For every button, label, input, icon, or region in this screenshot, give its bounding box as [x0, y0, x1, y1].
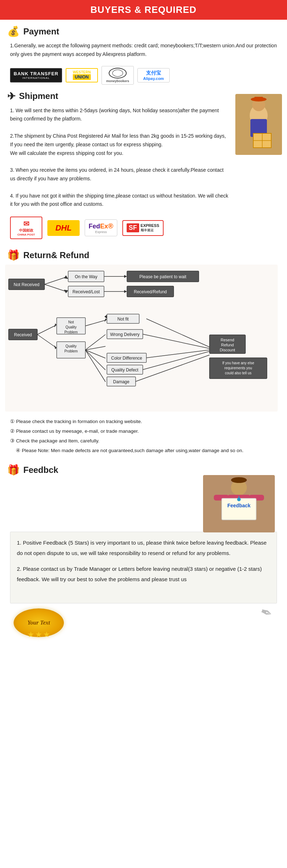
courier-logos: ✉ 中国邮政 CHINA POST DHL FedEx® Express SF … — [10, 217, 277, 239]
svg-text:Resend: Resend — [221, 338, 234, 342]
svg-text:Received: Received — [14, 332, 32, 337]
feedback-decoration-area: Feedback — [5, 479, 282, 529]
note-2: ② Please contact us by meesage, e-mail, … — [10, 426, 277, 436]
return-icon: 🎁 — [7, 249, 20, 261]
svg-text:could also tell us: could also tell us — [225, 371, 251, 375]
svg-text:Discount: Discount — [220, 348, 235, 352]
svg-text:Not fit: Not fit — [117, 317, 129, 322]
svg-text:requirements you: requirements you — [224, 366, 252, 370]
feedback-text-2: 2. Please contact us by Trade Manager or… — [17, 564, 270, 584]
bank-transfer-logo: BANK TRANSFER INTERNATIONAL — [10, 68, 62, 82]
shipment-icon: ✈ — [7, 90, 15, 102]
payment-icon: 💰 — [7, 25, 20, 37]
svg-text:Received/Refund: Received/Refund — [134, 289, 167, 294]
svg-rect-62 — [222, 498, 256, 520]
feedback-title: 🎁 Feedbck — [7, 464, 280, 476]
svg-text:Quality: Quality — [65, 325, 76, 329]
svg-text:Not Received: Not Received — [14, 282, 39, 287]
feedback-section: 🎁 Feedbck Feedback — [0, 464, 287, 637]
return-title: 🎁 Return& Refund — [7, 249, 280, 261]
svg-text:If you have any else: If you have any else — [222, 361, 254, 365]
svg-point-58 — [231, 477, 247, 483]
feedback-body: 1. Positive Feedback (5 Stars) is very i… — [10, 532, 277, 603]
flowchart-container: Not Received On the Way Please be patien… — [5, 265, 282, 413]
feedback-person: Feedback — [203, 475, 275, 532]
svg-text:Color Difference: Color Difference — [111, 356, 142, 361]
svg-text:Refund: Refund — [221, 343, 234, 347]
gold-stars: ★ ★ ★ — [27, 630, 50, 639]
payment-text: 1.Generally, we accept the following pay… — [0, 40, 287, 62]
dhl-logo: DHL — [47, 220, 80, 236]
payment-title: 💰 Payment — [7, 25, 280, 37]
feedback-icon: 🎁 — [7, 464, 20, 476]
svg-text:On the Way: On the Way — [75, 274, 98, 279]
payment-logos: BANK TRANSFER INTERNATIONAL WESTERN UNIO… — [10, 66, 277, 85]
please-wait-text: Please be patient to wait — [140, 274, 187, 279]
note-3: ③ Check the package and Item, carefully. — [10, 436, 277, 446]
shipment-section: ✈ Shipment 1. We will sent the items wit… — [0, 90, 287, 239]
svg-text:Quality: Quality — [65, 344, 76, 348]
western-union-logo: WESTERN UNION — [66, 68, 98, 82]
note-1: ① Please check the tracking in formation… — [10, 417, 277, 426]
alipay-logo: 支付宝 Alipay.com — [137, 68, 170, 82]
moneybookers-logo: moneybookers — [102, 66, 134, 85]
svg-text:Received/Lost: Received/Lost — [72, 289, 100, 294]
pen-decoration: ✒ — [256, 598, 277, 628]
payment-section: 💰 Payment 1.Generally, we accept the fol… — [0, 25, 287, 85]
fedex-logo: FedEx® Express — [85, 219, 117, 236]
page-header: BUYERS & REQUIRED — [0, 0, 287, 20]
return-section: 🎁 Return& Refund Not Received On the Way — [0, 243, 287, 458]
header-title: BUYERS & REQUIRED — [90, 4, 197, 15]
notes-list: ① Please check the tracking in formation… — [10, 417, 277, 455]
svg-text:Quality Defect: Quality Defect — [111, 367, 138, 373]
note-4: ④ Please Note: Men made defects are not … — [10, 446, 277, 455]
chinapost-logo: ✉ 中国邮政 CHINA POST — [10, 217, 42, 239]
gold-badge: Your Text ★ ★ ★ — [10, 608, 67, 637]
svg-text:Problem: Problem — [64, 349, 77, 353]
svg-text:Not: Not — [68, 320, 74, 324]
svg-text:Wrong Delivery: Wrong Delivery — [110, 332, 140, 337]
svg-text:Feedback: Feedback — [227, 503, 251, 508]
svg-rect-4 — [254, 97, 263, 100]
flowchart-svg: Not Received On the Way Please be patien… — [5, 265, 278, 412]
svg-text:Problem: Problem — [64, 330, 77, 334]
sf-logo: SF EXPRESS顺丰速运 — [122, 220, 164, 236]
shipment-decoration — [235, 94, 282, 155]
feedback-text-1: 1. Positive Feedback (5 Stars) is very i… — [17, 538, 270, 558]
svg-text:Damage: Damage — [113, 379, 130, 384]
